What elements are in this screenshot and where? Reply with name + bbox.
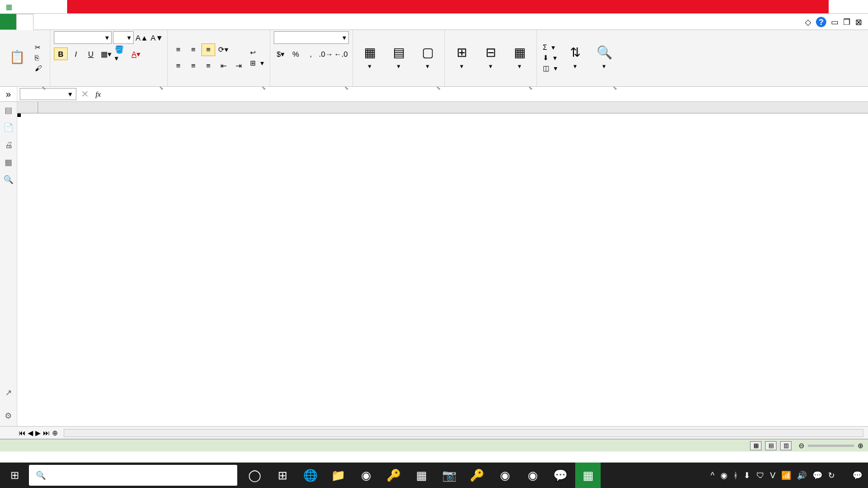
tab-kutools[interactable] bbox=[131, 14, 147, 30]
tab-insert[interactable] bbox=[34, 14, 50, 30]
taskbar-search[interactable]: 🔍 bbox=[29, 465, 237, 486]
side-expand-icon[interactable]: » bbox=[0, 87, 17, 101]
ribbon-min-icon[interactable]: ▭ bbox=[831, 17, 838, 27]
autosum-button[interactable]: Σ▾ bbox=[540, 43, 560, 52]
tray-up-icon[interactable]: ^ bbox=[711, 471, 715, 480]
cell-styles-button[interactable]: ▢▾ bbox=[414, 38, 441, 78]
fill-button[interactable]: ⬇▾ bbox=[540, 53, 560, 63]
find-select-button[interactable]: 🔍▾ bbox=[591, 38, 617, 78]
zoom-in-button[interactable]: ⊕ bbox=[858, 442, 863, 450]
format-painter-button[interactable]: 🖌 bbox=[32, 64, 46, 73]
ribbon-restore-icon[interactable]: ❐ bbox=[843, 17, 851, 27]
tray-icon[interactable]: V bbox=[770, 471, 775, 480]
side-icon[interactable]: 🖨 bbox=[5, 140, 13, 149]
new-sheet-button[interactable]: ⊕ bbox=[51, 429, 59, 437]
undo-icon[interactable] bbox=[29, 2, 39, 12]
tab-file[interactable] bbox=[0, 14, 16, 30]
sheet-nav-prev[interactable]: ◀ bbox=[27, 429, 34, 437]
help-icon[interactable]: ? bbox=[816, 17, 826, 27]
edge-icon[interactable]: 🌐 bbox=[297, 463, 323, 488]
tab-data[interactable] bbox=[82, 14, 98, 30]
orientation-button[interactable]: ⟳▾ bbox=[216, 43, 230, 56]
underline-button[interactable]: U bbox=[84, 47, 98, 60]
tray-icon[interactable]: ⬇ bbox=[744, 471, 751, 480]
side-icon[interactable]: ▦ bbox=[5, 157, 12, 167]
fx-cancel-icon[interactable]: ✕ bbox=[79, 89, 91, 100]
font-size-select[interactable]: ▾ bbox=[113, 31, 134, 44]
qat-more-icon[interactable] bbox=[54, 2, 65, 12]
insert-cells-button[interactable]: ⊞▾ bbox=[448, 38, 475, 78]
name-box[interactable]: ▾ bbox=[20, 88, 76, 100]
align-center-button[interactable]: ≡ bbox=[186, 60, 200, 72]
bluetooth-icon[interactable]: ᚼ bbox=[733, 471, 738, 480]
spreadsheet-grid[interactable] bbox=[17, 102, 868, 426]
border-button[interactable]: ▦▾ bbox=[99, 47, 113, 60]
formula-input[interactable] bbox=[105, 89, 868, 100]
increase-font-button[interactable]: A▲ bbox=[135, 31, 149, 44]
tab-formulas[interactable] bbox=[66, 14, 82, 30]
format-cells-button[interactable]: ▦▾ bbox=[506, 38, 533, 78]
align-left-button[interactable]: ≡ bbox=[171, 60, 185, 72]
format-as-table-button[interactable]: ▤▾ bbox=[385, 38, 412, 78]
sheet-nav-first[interactable]: ⏮ bbox=[17, 429, 27, 437]
wifi-icon[interactable]: 📶 bbox=[781, 471, 791, 480]
tray-icon[interactable]: 💬 bbox=[812, 471, 822, 480]
fill-color-button[interactable]: 🪣▾ bbox=[114, 47, 128, 60]
sheet-nav-next[interactable]: ▶ bbox=[34, 429, 42, 437]
notifications-icon[interactable]: 💬 bbox=[852, 471, 862, 480]
comma-button[interactable]: , bbox=[304, 47, 318, 60]
cortana-icon[interactable]: ◯ bbox=[242, 463, 267, 488]
sheet-nav-last[interactable]: ⏭ bbox=[42, 429, 51, 437]
app-icon[interactable]: 📷 bbox=[436, 463, 462, 488]
tab-view[interactable] bbox=[115, 14, 131, 30]
chrome-icon[interactable]: ◉ bbox=[353, 463, 378, 488]
merge-center-button[interactable]: ⊞▾ bbox=[248, 58, 266, 68]
volume-icon[interactable]: 🔊 bbox=[797, 471, 807, 480]
ribbon-collapse-icon[interactable]: ◇ bbox=[805, 17, 811, 27]
redo-icon[interactable] bbox=[42, 2, 52, 12]
side-icon[interactable]: 🔍 bbox=[3, 175, 13, 184]
tab-kutools-plus[interactable] bbox=[147, 14, 163, 30]
percent-button[interactable]: % bbox=[289, 47, 303, 60]
tray-icon[interactable]: ↻ bbox=[828, 471, 835, 480]
align-middle-button[interactable]: ≡ bbox=[186, 43, 200, 56]
currency-button[interactable]: $▾ bbox=[274, 47, 288, 60]
side-icon[interactable]: ⚙ bbox=[5, 411, 12, 420]
align-top-button[interactable]: ≡ bbox=[171, 43, 185, 56]
side-icon[interactable]: ▤ bbox=[5, 105, 12, 115]
align-bottom-button[interactable]: ≡ bbox=[201, 43, 215, 56]
cut-button[interactable]: ✂ bbox=[32, 43, 46, 52]
number-format-select[interactable]: ▾ bbox=[274, 31, 349, 44]
font-name-select[interactable]: ▾ bbox=[54, 31, 112, 44]
app-icon[interactable]: 🔑 bbox=[464, 463, 490, 488]
side-icon[interactable]: 📄 bbox=[3, 123, 13, 132]
bold-button[interactable]: B bbox=[54, 47, 68, 60]
view-normal-button[interactable]: ▦ bbox=[750, 441, 762, 450]
copy-button[interactable]: ⎘ bbox=[32, 53, 46, 63]
save-icon[interactable] bbox=[16, 2, 27, 12]
font-color-button[interactable]: A▾ bbox=[129, 47, 143, 60]
zoom-out-button[interactable]: ⊖ bbox=[799, 442, 804, 450]
delete-cells-button[interactable]: ⊟▾ bbox=[477, 38, 504, 78]
view-break-button[interactable]: ▥ bbox=[780, 441, 792, 450]
zalo-icon[interactable]: 💬 bbox=[547, 463, 573, 488]
side-icon[interactable]: ↗ bbox=[5, 388, 12, 397]
app-icon[interactable]: ◉ bbox=[520, 463, 545, 488]
conditional-formatting-button[interactable]: ▦▾ bbox=[356, 38, 383, 78]
taskview-icon[interactable]: ⊞ bbox=[270, 463, 295, 488]
app-icon[interactable]: ▦ bbox=[409, 463, 434, 488]
tab-review[interactable] bbox=[98, 14, 115, 30]
decrease-indent-button[interactable]: ⇤ bbox=[216, 60, 230, 72]
excel-taskbar-icon[interactable]: ▦ bbox=[575, 463, 601, 488]
app-icon[interactable]: ◉ bbox=[492, 463, 517, 488]
increase-decimal-button[interactable]: .0→ bbox=[319, 47, 333, 60]
decrease-font-button[interactable]: A▼ bbox=[150, 31, 164, 44]
tab-page-layout[interactable] bbox=[50, 14, 66, 30]
tray-icon[interactable]: 🛡 bbox=[756, 471, 764, 480]
horizontal-scrollbar[interactable] bbox=[64, 429, 863, 437]
explorer-icon[interactable]: 📁 bbox=[325, 463, 351, 488]
zoom-slider[interactable] bbox=[808, 445, 854, 447]
wrap-text-button[interactable]: ↩ bbox=[248, 48, 266, 57]
paste-button[interactable]: 📋 bbox=[3, 38, 30, 78]
start-button[interactable]: ⊞ bbox=[0, 463, 29, 488]
